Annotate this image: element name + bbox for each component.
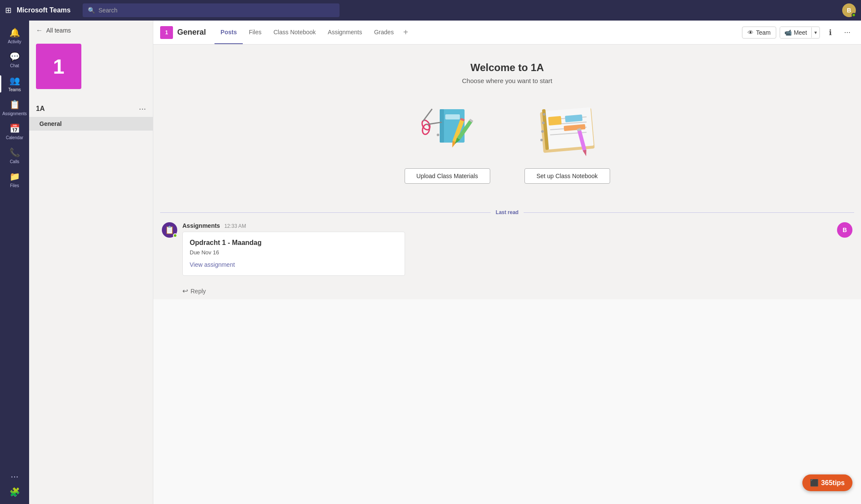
sidebar-label-teams: Teams bbox=[8, 87, 21, 92]
sidebar-item-apps[interactable]: 🧩 bbox=[0, 483, 29, 501]
tab-grades[interactable]: Grades bbox=[368, 21, 400, 44]
message-right-avatar: B bbox=[837, 222, 852, 238]
content-area: Welcome to 1A Choose where you want to s… bbox=[153, 45, 861, 504]
badge-office-icon: ⬛ bbox=[810, 479, 819, 487]
svg-line-10 bbox=[420, 109, 434, 120]
chat-icon: 💬 bbox=[9, 51, 20, 62]
meet-icon: 📹 bbox=[784, 29, 792, 36]
apps-icon: 🧩 bbox=[9, 487, 20, 497]
upload-card: Upload Class Materials bbox=[405, 101, 490, 184]
add-tab-button[interactable]: + bbox=[400, 21, 412, 44]
tab-posts[interactable]: Posts bbox=[215, 21, 243, 44]
setup-notebook-button[interactable]: Set up Class Notebook bbox=[524, 168, 610, 184]
search-bar[interactable]: 🔍 bbox=[83, 3, 340, 17]
message-avatar-dot bbox=[173, 233, 177, 238]
team-badge: 1 bbox=[36, 44, 81, 89]
sidebar-item-files[interactable]: 📁 Files bbox=[0, 168, 29, 192]
assignment-due: Due Nov 16 bbox=[190, 249, 398, 256]
upload-illustration bbox=[413, 101, 482, 161]
back-all-teams-label: All teams bbox=[46, 27, 71, 34]
sidebar-label-calls: Calls bbox=[10, 159, 19, 164]
sidebar-label-assignments: Assignments bbox=[2, 111, 27, 116]
channel-badge: 1 bbox=[160, 26, 173, 39]
channel-item-general[interactable]: General bbox=[29, 117, 153, 131]
teams-panel: ← All teams 1 1A ··· General bbox=[29, 21, 153, 504]
tab-class-notebook[interactable]: Class Notebook bbox=[268, 21, 322, 44]
channel-header: 1 General Posts Files Class Notebook Ass… bbox=[153, 21, 861, 45]
notebook-illustration bbox=[533, 101, 602, 161]
badge-365tips[interactable]: ⬛ 365tips bbox=[802, 474, 852, 491]
more-options-button[interactable]: ··· bbox=[840, 26, 854, 39]
activity-icon: 🔔 bbox=[9, 27, 20, 38]
sidebar-item-calls[interactable]: 📞 Calls bbox=[0, 144, 29, 168]
back-all-teams-button[interactable]: ← All teams bbox=[29, 21, 153, 40]
avatar-status-dot bbox=[852, 13, 856, 17]
svg-point-13 bbox=[437, 134, 439, 136]
message-card: Opdracht 1 - Maandag Due Nov 16 View ass… bbox=[182, 232, 405, 276]
badge-label: 365tips bbox=[821, 479, 845, 487]
view-assignment-button[interactable]: View assignment bbox=[190, 261, 235, 268]
assignments-icon: 📋 bbox=[9, 99, 20, 110]
svg-point-26 bbox=[541, 130, 544, 133]
team-view-icon: 👁 bbox=[748, 29, 754, 36]
team-more-button[interactable]: ··· bbox=[139, 104, 146, 113]
sidebar-label-chat: Chat bbox=[10, 63, 19, 69]
tab-assignments[interactable]: Assignments bbox=[322, 21, 368, 44]
svg-marker-29 bbox=[582, 149, 588, 157]
team-name: 1A bbox=[36, 105, 45, 113]
team-name-row: 1A ··· bbox=[29, 100, 153, 117]
svg-point-27 bbox=[540, 139, 543, 141]
sidebar-item-assignments[interactable]: 📋 Assignments bbox=[0, 96, 29, 120]
reply-icon: ↩ bbox=[182, 287, 188, 295]
sidebar-item-teams[interactable]: 👥 Teams bbox=[0, 72, 29, 96]
welcome-section: Welcome to 1A Choose where you want to s… bbox=[153, 45, 861, 209]
info-button[interactable]: ℹ bbox=[823, 26, 837, 39]
message-header: Assignments 12:33 AM bbox=[182, 222, 832, 229]
upload-materials-button[interactable]: Upload Class Materials bbox=[405, 168, 490, 184]
main-content: 1 General Posts Files Class Notebook Ass… bbox=[153, 21, 861, 504]
sidebar-item-activity[interactable]: 🔔 Activity bbox=[0, 24, 29, 48]
welcome-cards: Upload Class Materials bbox=[405, 101, 610, 184]
message-sender: Assignments bbox=[182, 222, 220, 229]
svg-point-24 bbox=[543, 113, 545, 116]
last-read-divider: Last read bbox=[153, 209, 861, 215]
sidebar-label-files: Files bbox=[10, 183, 19, 188]
welcome-subtitle: Choose where you want to start bbox=[462, 77, 552, 84]
svg-rect-2 bbox=[445, 114, 460, 119]
app-title: Microsoft Teams bbox=[17, 6, 71, 14]
grid-icon[interactable]: ⊞ bbox=[5, 6, 12, 15]
info-icon: ℹ bbox=[829, 28, 832, 37]
message-row: 📋 Assignments 12:33 AM Opdracht 1 - Maan… bbox=[162, 222, 852, 276]
avatar[interactable]: B bbox=[842, 3, 856, 17]
channel-label-general: General bbox=[39, 120, 62, 127]
notebook-card: Set up Class Notebook bbox=[524, 101, 610, 184]
tab-files[interactable]: Files bbox=[243, 21, 268, 44]
sidebar-label-calendar: Calendar bbox=[6, 135, 24, 140]
sidebar: 🔔 Activity 💬 Chat 👥 Teams 📋 Assignments … bbox=[0, 21, 29, 504]
svg-rect-20 bbox=[548, 116, 562, 126]
search-input[interactable] bbox=[98, 7, 334, 14]
reply-label: Reply bbox=[191, 288, 206, 295]
team-header: 1 bbox=[29, 40, 153, 100]
last-read-line-left bbox=[160, 212, 491, 213]
sidebar-item-calendar[interactable]: 📅 Calendar bbox=[0, 120, 29, 144]
meet-dropdown-arrow[interactable]: ▾ bbox=[811, 27, 819, 38]
message-avatar: 📋 bbox=[162, 222, 177, 238]
topbar: ⊞ Microsoft Teams 🔍 B bbox=[0, 0, 861, 21]
last-read-label: Last read bbox=[496, 209, 518, 215]
assignment-title: Opdracht 1 - Maandag bbox=[190, 239, 398, 247]
last-read-line-right bbox=[524, 212, 854, 213]
sidebar-item-chat[interactable]: 💬 Chat bbox=[0, 48, 29, 72]
team-view-button[interactable]: 👁 Team bbox=[742, 27, 776, 39]
reply-row[interactable]: ↩ Reply bbox=[153, 283, 861, 299]
svg-rect-1 bbox=[440, 109, 444, 143]
search-icon: 🔍 bbox=[88, 7, 95, 14]
sidebar-more-button[interactable]: ... bbox=[0, 465, 29, 483]
channel-tabs: Posts Files Class Notebook Assignments G… bbox=[215, 21, 411, 44]
meet-dropdown: 📹 Meet ▾ bbox=[780, 27, 820, 39]
main-layout: 🔔 Activity 💬 Chat 👥 Teams 📋 Assignments … bbox=[0, 21, 861, 504]
calls-icon: 📞 bbox=[9, 147, 20, 158]
channel-name: General bbox=[177, 28, 206, 37]
messages-area: 📋 Assignments 12:33 AM Opdracht 1 - Maan… bbox=[153, 215, 861, 283]
meet-button[interactable]: 📹 Meet bbox=[780, 27, 811, 38]
